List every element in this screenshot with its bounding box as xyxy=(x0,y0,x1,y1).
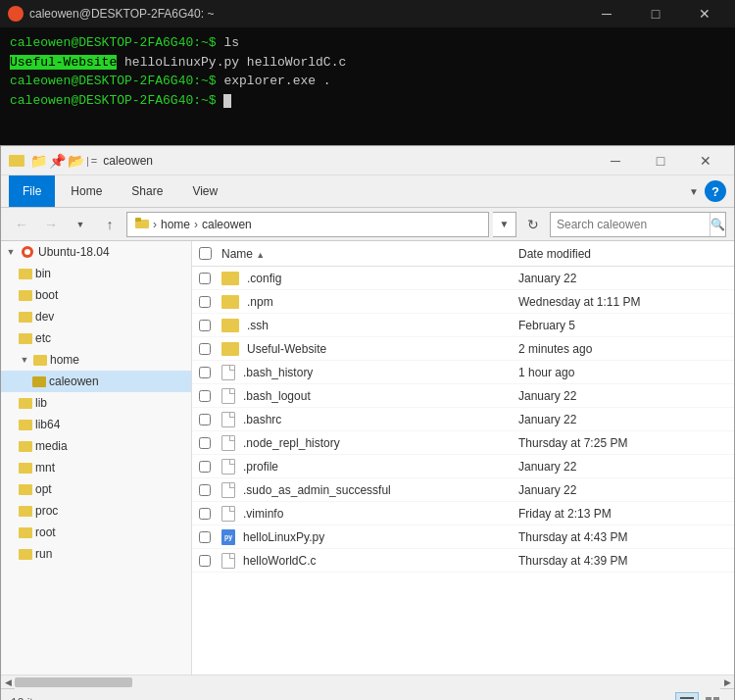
sidebar-item-caleowen[interactable]: caleowen xyxy=(1,371,191,392)
file-checkbox[interactable] xyxy=(192,273,218,284)
file-row[interactable]: .ssh February 5 xyxy=(192,314,734,337)
file-row[interactable]: .bash_history 1 hour ago xyxy=(192,361,734,384)
ribbon: File Home Share View ▼ ? xyxy=(1,175,734,208)
terminal-close-button[interactable]: ✕ xyxy=(682,0,727,27)
row-checkbox[interactable] xyxy=(199,531,211,543)
select-all-checkbox[interactable] xyxy=(199,247,212,260)
refresh-button[interactable]: ↻ xyxy=(520,212,546,237)
sidebar-item-mnt[interactable]: mnt xyxy=(1,457,191,478)
file-checkbox[interactable] xyxy=(192,367,218,378)
file-checkbox[interactable] xyxy=(192,390,218,402)
row-checkbox[interactable] xyxy=(199,484,211,496)
sidebar-item-run[interactable]: run xyxy=(1,543,191,565)
address-path[interactable]: › home › caleowen xyxy=(126,212,489,237)
scroll-thumb[interactable] xyxy=(15,677,132,687)
ribbon-chevron-icon[interactable]: ▼ xyxy=(689,186,699,197)
file-checkbox[interactable] xyxy=(192,437,218,449)
sidebar-item-etc[interactable]: etc xyxy=(1,327,191,349)
sidebar-item-label-etc: etc xyxy=(35,331,51,345)
recent-locations-button[interactable]: ▼ xyxy=(68,212,93,237)
ribbon-help-button[interactable]: ? xyxy=(705,180,726,202)
header-checkbox[interactable] xyxy=(192,247,218,260)
chevron-home-icon: ▼ xyxy=(19,355,30,365)
row-checkbox[interactable] xyxy=(199,555,211,567)
address-dropdown-button[interactable]: ▼ xyxy=(493,212,516,237)
search-icon[interactable]: 🔍 xyxy=(710,213,725,236)
row-checkbox[interactable] xyxy=(199,343,211,355)
row-checkbox[interactable] xyxy=(199,437,211,449)
file-checkbox[interactable] xyxy=(192,531,218,543)
file-row[interactable]: .profile January 22 xyxy=(192,455,734,478)
sidebar-item-root[interactable]: root xyxy=(1,522,191,543)
file-row[interactable]: .viminfo Friday at 2:13 PM xyxy=(192,502,734,525)
sidebar-item-label-root: root xyxy=(35,525,56,539)
explorer-minimize-button[interactable]: ─ xyxy=(593,146,638,175)
quick-access-icon: 📁 xyxy=(30,153,47,169)
file-row[interactable]: py helloLinuxPy.py Thursday at 4:43 PM xyxy=(192,525,734,549)
row-checkbox[interactable] xyxy=(199,320,211,331)
file-row[interactable]: .npm Wednesday at 1:11 PM xyxy=(192,290,734,314)
tab-home[interactable]: Home xyxy=(57,175,116,207)
file-date: January 22 xyxy=(518,483,734,497)
sidebar-item-lib[interactable]: lib xyxy=(1,392,191,414)
up-button[interactable]: ↑ xyxy=(97,212,122,237)
file-row[interactable]: .bash_logout January 22 xyxy=(192,384,734,408)
search-box[interactable]: 🔍 xyxy=(550,212,726,237)
file-checkbox[interactable] xyxy=(192,414,218,425)
file-row[interactable]: helloWorldC.c Thursday at 4:39 PM xyxy=(192,549,734,573)
sidebar-item-proc[interactable]: proc xyxy=(1,500,191,522)
back-button[interactable]: ← xyxy=(9,212,34,237)
terminal-restore-button[interactable]: □ xyxy=(633,0,678,27)
file-checkbox[interactable] xyxy=(192,296,218,308)
file-row[interactable]: .bashrc January 22 xyxy=(192,408,734,431)
file-checkbox[interactable] xyxy=(192,555,218,567)
title-icons: 📁 📌 📂 | = xyxy=(30,153,97,169)
sidebar-item-lib64[interactable]: lib64 xyxy=(1,414,191,435)
file-checkbox[interactable] xyxy=(192,461,218,473)
row-checkbox[interactable] xyxy=(199,367,211,378)
forward-button[interactable]: → xyxy=(38,212,64,237)
sidebar-item-dev[interactable]: dev xyxy=(1,306,191,327)
file-row[interactable]: .sudo_as_admin_successful January 22 xyxy=(192,478,734,502)
sidebar-item-label-dev: dev xyxy=(35,310,54,324)
sidebar-item-bin[interactable]: bin xyxy=(1,263,191,284)
file-row[interactable]: .node_repl_history Thursday at 7:25 PM xyxy=(192,431,734,455)
folder-icon-root xyxy=(19,527,32,538)
row-checkbox[interactable] xyxy=(199,461,211,473)
search-input[interactable] xyxy=(551,218,710,231)
document-icon xyxy=(221,412,235,427)
file-checkbox[interactable] xyxy=(192,320,218,331)
file-row[interactable]: Useful-Website 2 minutes ago xyxy=(192,337,734,361)
tab-view[interactable]: View xyxy=(178,175,231,207)
file-checkbox[interactable] xyxy=(192,343,218,355)
tab-share[interactable]: Share xyxy=(118,175,176,207)
scroll-left-button[interactable]: ◀ xyxy=(1,675,15,689)
folder-icon-lib64 xyxy=(19,420,32,430)
sidebar-item-ubuntu[interactable]: ▼ Ubuntu-18.04 xyxy=(1,241,191,263)
sidebar-item-media[interactable]: media xyxy=(1,435,191,457)
file-checkbox[interactable] xyxy=(192,484,218,496)
explorer-restore-button[interactable]: □ xyxy=(638,146,683,175)
row-checkbox[interactable] xyxy=(199,296,211,308)
explorer-close-button[interactable]: ✕ xyxy=(683,146,728,175)
file-date: Thursday at 4:39 PM xyxy=(518,554,734,568)
scroll-right-button[interactable]: ▶ xyxy=(720,675,734,689)
terminal-minimize-button[interactable]: ─ xyxy=(584,0,629,27)
row-checkbox[interactable] xyxy=(199,390,211,402)
large-icons-view-button[interactable] xyxy=(701,692,724,701)
sidebar-item-boot[interactable]: boot xyxy=(1,284,191,306)
sidebar-item-home[interactable]: ▼ home xyxy=(1,349,191,371)
row-checkbox[interactable] xyxy=(199,273,211,284)
tab-file[interactable]: File xyxy=(9,175,55,207)
col-name-header[interactable]: Name ▲ xyxy=(218,247,518,261)
folder-icon-boot xyxy=(19,290,32,301)
details-view-button[interactable] xyxy=(675,692,699,701)
row-checkbox[interactable] xyxy=(199,414,211,425)
ubuntu-icon xyxy=(20,245,35,259)
sidebar-item-opt[interactable]: opt xyxy=(1,478,191,500)
row-checkbox[interactable] xyxy=(199,508,211,520)
scroll-track[interactable] xyxy=(15,675,720,689)
horizontal-scrollbar[interactable]: ◀ ▶ xyxy=(1,675,734,688)
file-checkbox[interactable] xyxy=(192,508,218,520)
file-row[interactable]: .config January 22 xyxy=(192,267,734,290)
